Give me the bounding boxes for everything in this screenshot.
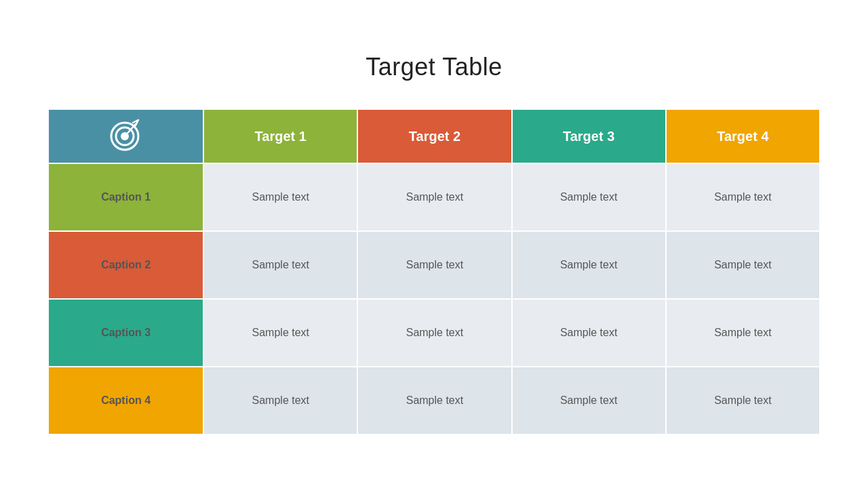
table-row: Caption 3 Sample text Sample text Sample…: [48, 299, 820, 367]
cell-2-4: Sample text: [666, 231, 820, 299]
cell-3-4: Sample text: [666, 299, 820, 367]
caption-3: Caption 3: [48, 299, 203, 367]
cell-4-1: Sample text: [203, 367, 357, 434]
cell-1-4: Sample text: [666, 163, 820, 231]
header-target1: Target 1: [203, 109, 357, 163]
target-bullseye-icon: [108, 117, 144, 152]
header-target4: Target 4: [666, 109, 820, 163]
table-container: Target 1 Target 2 Target 3 Target 4 Capt…: [47, 108, 821, 435]
caption-2: Caption 2: [48, 231, 203, 299]
cell-3-2: Sample text: [357, 299, 511, 367]
cell-2-2: Sample text: [357, 231, 511, 299]
cell-1-3: Sample text: [512, 163, 666, 231]
table-row: Caption 4 Sample text Sample text Sample…: [48, 367, 820, 434]
table-row: Caption 2 Sample text Sample text Sample…: [48, 231, 820, 299]
cell-3-3: Sample text: [512, 299, 666, 367]
header-target2: Target 2: [357, 109, 511, 163]
cell-3-1: Sample text: [203, 299, 357, 367]
header-target3: Target 3: [512, 109, 666, 163]
cell-4-4: Sample text: [666, 367, 820, 434]
caption-1: Caption 1: [48, 163, 203, 231]
header-icon-cell: [48, 109, 203, 163]
table-row: Caption 1 Sample text Sample text Sample…: [48, 163, 820, 231]
page-title: Target Table: [366, 53, 502, 81]
cell-2-1: Sample text: [203, 231, 357, 299]
cell-2-3: Sample text: [512, 231, 666, 299]
cell-4-2: Sample text: [357, 367, 511, 434]
target-table: Target 1 Target 2 Target 3 Target 4 Capt…: [47, 108, 821, 435]
header-row: Target 1 Target 2 Target 3 Target 4: [48, 109, 820, 163]
caption-4: Caption 4: [48, 367, 203, 434]
cell-1-1: Sample text: [203, 163, 357, 231]
cell-4-3: Sample text: [512, 367, 666, 434]
cell-1-2: Sample text: [357, 163, 511, 231]
